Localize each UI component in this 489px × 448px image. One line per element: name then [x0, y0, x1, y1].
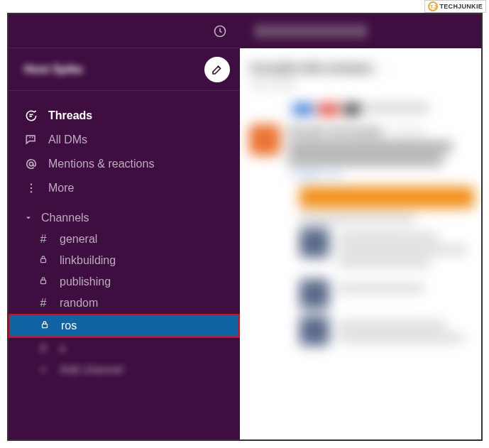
- nav-all-dms-label: All DMs: [48, 133, 87, 146]
- channel-random[interactable]: # random: [9, 293, 240, 314]
- channel-label: ros: [61, 319, 77, 332]
- channel-topic[interactable]: Add a topic: [250, 79, 481, 89]
- channel-general[interactable]: # general: [9, 229, 240, 250]
- main-content-blurred: #rosalin-feb-reviews ☆ Add a topic Rosal…: [240, 48, 481, 347]
- channel-publishing[interactable]: publishing: [9, 271, 240, 293]
- lock-icon: [38, 319, 51, 332]
- nav-mentions-label: Mentions & reactions: [48, 158, 154, 170]
- message-time: 3:00 AM: [391, 127, 422, 137]
- channel-blurred-1[interactable]: # s: [9, 338, 240, 359]
- svg-rect-7: [43, 324, 48, 327]
- hash-icon: #: [37, 342, 50, 355]
- hash-icon: #: [37, 233, 50, 246]
- pill-2[interactable]: [318, 104, 339, 115]
- message-2[interactable]: [300, 228, 481, 272]
- workspace-header[interactable]: Host Spike: [9, 48, 240, 91]
- nav-more-label: More: [48, 182, 74, 195]
- workspace-name: Host Spike: [24, 63, 83, 76]
- channel-label: publishing: [60, 275, 111, 288]
- channel-label: random: [60, 297, 98, 310]
- text-line: [338, 259, 431, 266]
- message-1[interactable]: Rosalin Hernandez 3:00 AM 7 replies 1 hr: [250, 125, 481, 180]
- channels-label: Channels: [41, 212, 89, 224]
- text-line: [338, 234, 438, 241]
- pill-4[interactable]: [365, 104, 429, 112]
- search-input[interactable]: [254, 24, 368, 38]
- message-text-line: [288, 155, 443, 165]
- watermark: TJ TECHJUNKIE: [424, 0, 486, 13]
- channel-label: linkbuilding: [60, 254, 116, 267]
- message-text-line: [288, 142, 452, 151]
- text-line: [300, 215, 415, 222]
- nav-threads-label: Threads: [48, 109, 92, 122]
- svg-rect-5: [41, 258, 46, 262]
- text-line: [338, 334, 464, 342]
- app-root: Host Spike Threads All DMs: [9, 14, 481, 439]
- avatar[interactable]: [300, 279, 329, 309]
- nav-mentions[interactable]: Mentions & reactions: [9, 152, 240, 176]
- banner-bar[interactable]: [300, 187, 474, 208]
- hash-icon: #: [37, 297, 50, 310]
- reply-count[interactable]: 7 replies 1 hr: [288, 169, 481, 180]
- plus-icon: +: [37, 364, 50, 376]
- svg-rect-6: [41, 280, 46, 283]
- message-4[interactable]: [300, 316, 481, 347]
- channel-linkbuilding[interactable]: linkbuilding: [9, 250, 240, 271]
- mentions-icon: [24, 157, 38, 171]
- lock-icon: [37, 254, 50, 267]
- message-3[interactable]: [300, 279, 481, 309]
- app-frame: Host Spike Threads All DMs: [7, 13, 483, 441]
- svg-point-2: [31, 184, 32, 185]
- channel-label: s: [60, 342, 65, 355]
- message-user[interactable]: Rosalin Hernandez: [288, 125, 384, 137]
- channel-label: Add channel: [60, 364, 123, 376]
- nav-all-dms[interactable]: All DMs: [9, 128, 240, 152]
- pill-3[interactable]: [344, 104, 361, 115]
- avatar[interactable]: [250, 125, 280, 155]
- dms-icon: [24, 133, 38, 147]
- main-top-bar: [240, 14, 481, 48]
- channel-title: #rosalin-feb-reviews: [250, 61, 373, 76]
- sidebar: Host Spike Threads All DMs: [9, 14, 240, 439]
- lock-icon: [37, 275, 50, 288]
- compose-icon: [211, 63, 224, 76]
- text-line: [338, 246, 467, 253]
- svg-point-3: [31, 187, 32, 189]
- nav-more[interactable]: More: [9, 176, 240, 200]
- text-line: [338, 322, 446, 329]
- main-panel: #rosalin-feb-reviews ☆ Add a topic Rosal…: [240, 14, 481, 439]
- text-line: [338, 285, 424, 292]
- history-icon[interactable]: [213, 24, 227, 38]
- star-icon[interactable]: ☆: [380, 63, 390, 75]
- channels-section-header[interactable]: Channels: [9, 200, 240, 229]
- sidebar-top-bar: [9, 14, 240, 48]
- more-icon: [24, 181, 38, 195]
- watermark-text: TECHJUNKIE: [439, 3, 483, 10]
- channel-label: general: [60, 233, 97, 246]
- channel-ros[interactable]: ros: [9, 314, 240, 338]
- avatar[interactable]: [300, 228, 329, 258]
- nav-threads[interactable]: Threads: [9, 104, 240, 128]
- compose-button[interactable]: [204, 57, 230, 82]
- watermark-logo-icon: TJ: [428, 1, 438, 11]
- reaction-pills: [292, 104, 481, 115]
- avatar[interactable]: [300, 316, 329, 346]
- channel-add[interactable]: + Add channel: [9, 359, 240, 381]
- nav-list: Threads All DMs Mentions & reactions Mor…: [9, 91, 240, 381]
- pill-1[interactable]: [292, 104, 314, 115]
- caret-down-icon: [24, 214, 33, 222]
- threads-icon: [24, 109, 38, 123]
- svg-point-4: [31, 191, 32, 192]
